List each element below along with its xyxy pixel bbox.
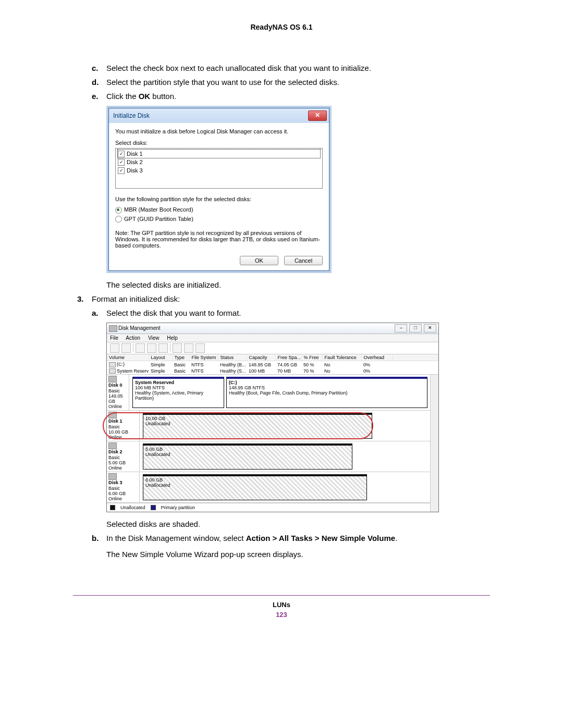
step-3-label: 3. [77,294,92,303]
footer-section: LUNs [73,601,490,609]
disk-partitions: 6.00 GBUnallocated [140,472,431,502]
dm-menubar[interactable]: File Action View Help [107,334,438,342]
legend-swatch-unallocated [110,505,115,510]
drive-icon [108,473,117,480]
disk-row[interactable]: Disk 2Basic5.00 GBOnline5.00 GBUnallocat… [107,441,431,472]
step-d-label: d. [92,78,106,87]
legend-swatch-primary [151,505,156,510]
menu-view[interactable]: View [148,335,160,341]
drive-icon [108,376,117,382]
checkbox-icon[interactable]: ✓ [118,151,125,157]
disk-2-label: Disk 2 [127,159,143,165]
table-row[interactable]: (C:) SimpleBasicNTFS Healthy (B...148.95… [107,361,438,368]
radio-icon [115,207,122,214]
step-e-text: Click the OK button. [106,92,176,101]
highlight-annotation [103,412,373,439]
back-icon[interactable] [110,343,119,353]
menu-file[interactable]: File [110,335,118,341]
radio-gpt[interactable]: GPT (GUID Partition Table) [115,216,323,223]
disk-row-3[interactable]: ✓ Disk 3 [118,166,320,175]
radio-icon [115,216,122,223]
disk-management-window: Disk Management – □ ✕ File Action View H… [106,323,439,512]
toolbar-icon[interactable] [195,343,205,353]
primary-partition[interactable]: (C:)148.95 GB NTFSHealthy (Boot, Page Fi… [226,377,427,408]
volume-icon [109,368,116,374]
menu-action[interactable]: Action [126,335,140,341]
disks-listbox[interactable]: ✓ Disk 1 ✓ Disk 2 ✓ Disk 3 [115,148,323,189]
refresh-icon[interactable] [173,343,182,353]
col-volume[interactable]: Volume [107,354,149,361]
toolbar-icon[interactable] [184,343,193,353]
disk-row[interactable]: Disk 0Basic149.05 GBOnlineSystem Reserve… [107,375,431,411]
col-type[interactable]: Type [172,354,189,361]
disk-row[interactable]: Disk 3Basic6.00 GBOnline6.00 GBUnallocat… [107,472,431,503]
step-e-suffix: button. [150,92,176,101]
disk-info: Disk 2Basic5.00 GBOnline [107,441,140,472]
step-3-text: Format an initialized disk: [92,294,180,303]
unallocated-partition[interactable]: 5.00 GBUnallocated [143,443,352,470]
checkbox-icon[interactable]: ✓ [118,159,125,166]
step-3b-label: b. [92,534,106,542]
doc-header: ReadyNAS OS 6.1 [73,23,490,31]
dialog-message: You must initialize a disk before Logica… [115,128,323,134]
step-3a-label: a. [92,309,106,317]
forward-icon[interactable] [121,343,131,353]
partition-style-label: Use the following partition style for th… [115,196,323,202]
col-free[interactable]: Free Spa... [275,354,301,361]
after-3b-text: The New Simple Volume Wizard pop-up scre… [106,550,490,559]
disk-partitions: 5.00 GBUnallocated [140,441,431,472]
disk-3-label: Disk 3 [127,167,143,174]
legend: Unallocated Primary partition [107,503,438,512]
step-3b-text: In the Disk Management window, select Ac… [106,534,397,542]
disk-row-1[interactable]: ✓ Disk 1 [118,150,320,158]
primary-partition[interactable]: System Reserved100 MB NTFSHealthy (Syste… [132,377,224,408]
volume-icon [109,362,116,367]
step-3a-text: Select the disk that you want to format. [106,309,241,317]
disk-partitions: System Reserved100 MB NTFSHealthy (Syste… [129,375,431,410]
help-icon[interactable] [147,343,156,353]
col-overhead[interactable]: Overhead [361,354,393,361]
cancel-button[interactable]: Cancel [284,256,323,265]
minimize-icon[interactable]: – [395,324,407,332]
footer-page-number: 123 [73,611,490,619]
col-layout[interactable]: Layout [149,354,172,361]
col-capacity[interactable]: Capacity [247,354,275,361]
col-fs[interactable]: File System [189,354,218,361]
app-icon [109,325,117,332]
drive-icon [108,442,117,449]
unallocated-partition[interactable]: 6.00 GBUnallocated [143,474,367,500]
step-c-text: Select the check box next to each unallo… [106,64,371,72]
footer: LUNs 123 [73,595,490,619]
disk-info: Disk 0Basic149.05 GBOnline [107,375,129,410]
menu-help[interactable]: Help [167,335,178,341]
col-pfree[interactable]: % Free [301,354,322,361]
after-dm-text: Selected disks are shaded. [106,520,490,528]
table-row[interactable]: System Reserved SimpleBasicNTFS Healthy … [107,368,438,375]
select-disks-label: Select disks: [115,140,323,146]
step-c-label: c. [92,64,106,72]
maximize-icon[interactable]: □ [409,324,422,332]
initialize-disk-dialog: Initialize Disk ✕ You must initialize a … [106,106,332,273]
step-e-label: e. [92,92,106,101]
dialog-note: Note: The GPT partition style is not rec… [115,230,323,249]
close-icon[interactable]: ✕ [424,324,436,332]
disk-1-label: Disk 1 [127,151,143,157]
col-status[interactable]: Status [218,354,247,361]
step-e-prefix: Click the [106,92,139,101]
ok-button[interactable]: OK [240,256,278,265]
scrollbar[interactable] [430,375,438,512]
disk-row-2[interactable]: ✓ Disk 2 [118,158,320,166]
disk-row[interactable]: Disk 1Basic10.00 GBOnline10.00 GBUnalloc… [107,411,431,441]
close-icon[interactable]: ✕ [308,110,327,121]
step-e-bold: OK [139,92,151,101]
disk-info: Disk 3Basic6.00 GBOnline [107,472,140,502]
step-d-text: Select the partition style that you want… [106,78,339,87]
dialog-title: Initialize Disk [113,112,150,119]
toolbar-icon[interactable] [136,343,145,353]
dm-toolbar [107,342,438,354]
col-fault[interactable]: Fault Tolerance [322,354,361,361]
volume-table[interactable]: Volume Layout Type File System Status Ca… [107,354,438,374]
toolbar-icon[interactable] [158,343,168,353]
checkbox-icon[interactable]: ✓ [118,167,125,174]
radio-mbr[interactable]: MBR (Master Boot Record) [115,206,323,214]
